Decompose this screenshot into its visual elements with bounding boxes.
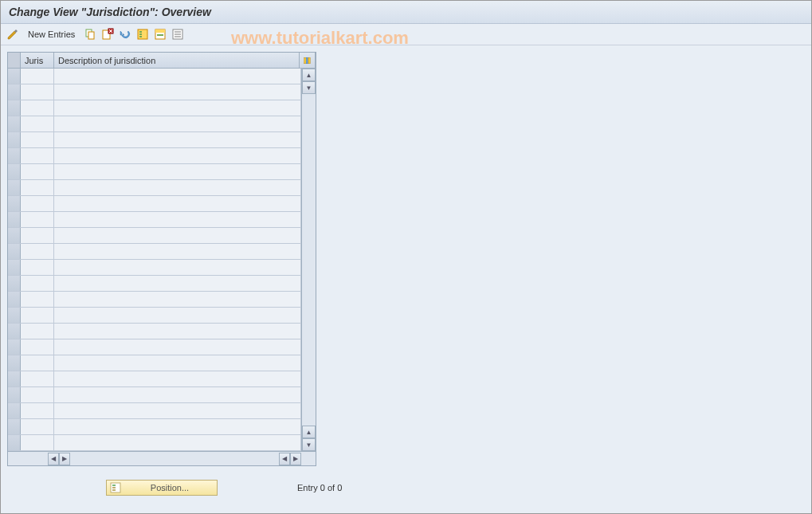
scroll-right-button-2[interactable]: ▶ xyxy=(290,453,301,465)
cell-juris[interactable] xyxy=(21,132,54,147)
cell-juris[interactable] xyxy=(21,212,54,227)
cell-juris[interactable] xyxy=(21,339,54,355)
scroll-right-button[interactable]: ▶ xyxy=(59,453,70,465)
scroll-left-button-2[interactable]: ◀ xyxy=(279,453,290,465)
column-header-description[interactable]: Description of jurisdiction xyxy=(54,53,300,68)
cell-description[interactable] xyxy=(54,228,301,243)
cell-juris[interactable] xyxy=(21,100,54,116)
row-selector[interactable] xyxy=(8,371,21,386)
horizontal-scrollbar[interactable]: ◀ ▶ ◀ ▶ xyxy=(8,451,316,465)
scroll-up-button-2[interactable]: ▲ xyxy=(302,426,316,438)
column-header-juris[interactable]: Juris xyxy=(21,53,54,68)
cell-juris[interactable] xyxy=(21,244,54,259)
row-selector[interactable] xyxy=(8,292,21,307)
cell-description[interactable] xyxy=(54,276,301,291)
cell-juris[interactable] xyxy=(21,228,54,243)
row-selector[interactable] xyxy=(8,244,21,259)
table-row xyxy=(8,180,301,196)
cell-juris[interactable] xyxy=(21,387,54,402)
cell-description[interactable] xyxy=(54,69,301,84)
select-block-icon[interactable] xyxy=(153,27,167,41)
cell-juris[interactable] xyxy=(21,84,54,100)
delete-icon[interactable] xyxy=(100,27,115,41)
new-entries-button[interactable]: New Entries xyxy=(23,28,80,41)
row-selector[interactable] xyxy=(8,196,21,211)
copy-icon[interactable] xyxy=(83,27,97,41)
cell-description[interactable] xyxy=(54,292,301,307)
row-selector[interactable] xyxy=(8,212,21,227)
row-selector[interactable] xyxy=(8,435,21,450)
row-header-column[interactable] xyxy=(8,53,21,68)
cell-juris[interactable] xyxy=(21,419,54,434)
row-selector[interactable] xyxy=(8,387,21,402)
vertical-scrollbar[interactable]: ▲ ▼ ▲ ▼ xyxy=(301,69,316,451)
row-selector[interactable] xyxy=(8,132,21,147)
cell-description[interactable] xyxy=(54,164,301,179)
row-selector[interactable] xyxy=(8,164,21,179)
cell-description[interactable] xyxy=(54,148,301,163)
cell-description[interactable] xyxy=(54,387,301,402)
cell-juris[interactable] xyxy=(21,164,54,179)
cell-juris[interactable] xyxy=(21,276,54,291)
scroll-down-button-2[interactable]: ▼ xyxy=(302,438,316,451)
row-selector[interactable] xyxy=(8,276,21,291)
row-selector[interactable] xyxy=(8,148,21,163)
undo-icon[interactable] xyxy=(118,27,132,41)
cell-description[interactable] xyxy=(54,355,301,371)
change-display-icon[interactable] xyxy=(6,27,20,41)
cell-juris[interactable] xyxy=(21,116,54,131)
row-selector[interactable] xyxy=(8,260,21,275)
scroll-up-button[interactable]: ▲ xyxy=(302,69,316,81)
cell-juris[interactable] xyxy=(21,435,54,450)
cell-description[interactable] xyxy=(54,100,301,116)
cell-juris[interactable] xyxy=(21,69,54,84)
row-selector[interactable] xyxy=(8,100,21,116)
cell-juris[interactable] xyxy=(21,403,54,418)
row-selector[interactable] xyxy=(8,180,21,195)
cell-description[interactable] xyxy=(54,260,301,275)
scroll-left-button[interactable]: ◀ xyxy=(48,453,59,465)
vertical-scroll-track[interactable] xyxy=(302,94,316,426)
configure-columns-button[interactable] xyxy=(300,53,316,68)
select-all-icon[interactable] xyxy=(135,27,150,41)
svg-rect-15 xyxy=(304,57,307,64)
cell-description[interactable] xyxy=(54,435,301,450)
row-selector[interactable] xyxy=(8,84,21,100)
cell-description[interactable] xyxy=(54,339,301,355)
table-row xyxy=(8,292,301,308)
cell-juris[interactable] xyxy=(21,371,54,386)
cell-description[interactable] xyxy=(54,371,301,386)
cell-juris[interactable] xyxy=(21,196,54,211)
cell-description[interactable] xyxy=(54,196,301,211)
cell-juris[interactable] xyxy=(21,260,54,275)
cell-juris[interactable] xyxy=(21,180,54,195)
cell-description[interactable] xyxy=(54,244,301,259)
cell-description[interactable] xyxy=(54,84,301,100)
row-selector[interactable] xyxy=(8,69,21,84)
cell-description[interactable] xyxy=(54,212,301,227)
row-selector[interactable] xyxy=(8,116,21,131)
cell-description[interactable] xyxy=(54,308,301,323)
deselect-all-icon[interactable] xyxy=(171,27,185,41)
horizontal-scroll-track[interactable] xyxy=(70,453,279,465)
row-selector[interactable] xyxy=(8,324,21,339)
cell-description[interactable] xyxy=(54,116,301,131)
row-selector[interactable] xyxy=(8,308,21,323)
cell-juris[interactable] xyxy=(21,324,54,339)
position-button[interactable]: Position... xyxy=(106,480,218,496)
cell-description[interactable] xyxy=(54,419,301,434)
cell-description[interactable] xyxy=(54,403,301,418)
cell-description[interactable] xyxy=(54,132,301,147)
row-selector[interactable] xyxy=(8,403,21,418)
row-selector[interactable] xyxy=(8,339,21,355)
row-selector[interactable] xyxy=(8,228,21,243)
cell-description[interactable] xyxy=(54,324,301,339)
scroll-down-button[interactable]: ▼ xyxy=(302,81,316,94)
row-selector[interactable] xyxy=(8,419,21,434)
cell-juris[interactable] xyxy=(21,292,54,307)
cell-description[interactable] xyxy=(54,180,301,195)
cell-juris[interactable] xyxy=(21,148,54,163)
cell-juris[interactable] xyxy=(21,308,54,323)
row-selector[interactable] xyxy=(8,355,21,371)
cell-juris[interactable] xyxy=(21,355,54,371)
